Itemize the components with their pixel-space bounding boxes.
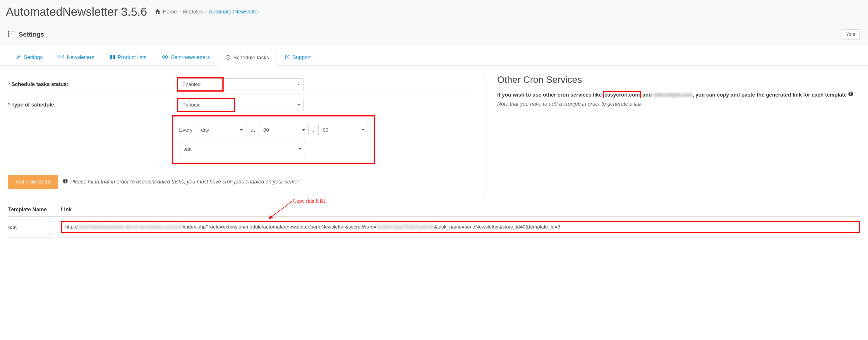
breadcrumb-modules[interactable]: Modules [183, 9, 203, 15]
clock-icon [226, 55, 230, 61]
tab-support[interactable]: Support [277, 50, 319, 65]
svg-rect-9 [110, 57, 112, 59]
cron-link-note: Note that you have to add a cronjob in o… [497, 101, 642, 107]
info-icon [63, 179, 68, 185]
table-row: test http://automatednewsletter demo ise… [8, 217, 860, 238]
svg-rect-17 [850, 93, 851, 95]
tab-sent-newsletters[interactable]: Sent newsletters [154, 50, 218, 65]
td-template-name: test [8, 224, 61, 230]
subheader-title: Settings [19, 31, 44, 38]
tab-label: Newsletters [67, 55, 94, 61]
subheader: Settings Your [0, 24, 868, 45]
tabs: Settings Newsletters Product lists Sent … [0, 50, 868, 66]
svg-rect-8 [113, 55, 115, 57]
breadcrumb: Home › Modules › AutomatedNewsletter [155, 9, 259, 15]
svg-rect-15 [65, 179, 66, 180]
other-cron-title: Other Cron Services [497, 74, 860, 85]
tab-label: Support [292, 55, 311, 61]
svg-rect-0 [8, 31, 9, 32]
row-test-cron: Test cron status Please mind that in ord… [8, 168, 473, 198]
your-button[interactable]: Your [842, 29, 860, 40]
cron-link-input[interactable]: http://automatednewsletter demo isensela… [61, 221, 860, 233]
cron-link-table: Copy this URL Template Name Link test ht… [0, 207, 868, 243]
select-unit[interactable]: day [197, 124, 246, 136]
select-template[interactable]: test [179, 143, 305, 155]
page-header: AutomatedNewsletter 3.5.6 Home › Modules… [0, 0, 868, 24]
td-link: http://automatednewsletter demo isensela… [61, 221, 860, 233]
blurred-service: setcronjob.com [653, 92, 692, 98]
svg-rect-18 [850, 92, 851, 93]
svg-line-19 [271, 201, 292, 217]
content: *Schedule tasks status: Enabled *Type of… [0, 66, 868, 207]
select-type[interactable]: Periodic [178, 99, 304, 111]
row-type: *Type of schedule Periodic [8, 95, 473, 115]
tab-settings[interactable]: Settings [8, 50, 51, 65]
colon-label: : [313, 127, 314, 133]
breadcrumb-sep: › [179, 10, 181, 14]
test-cron-button[interactable]: Test cron status [8, 175, 58, 189]
info-icon [848, 92, 854, 98]
envelope-icon [59, 55, 64, 60]
svg-rect-3 [10, 34, 14, 34]
grid-icon [110, 55, 115, 61]
th-link: Link [61, 207, 860, 213]
highlight-box-periodic: Every day at 00 : 00 test [172, 115, 375, 164]
svg-rect-7 [110, 55, 112, 57]
svg-rect-5 [10, 36, 14, 36]
tab-newsletters[interactable]: Newsletters [51, 50, 102, 65]
th-template-name: Template Name [8, 207, 61, 213]
breadcrumb-current[interactable]: AutomatedNewsletter [209, 9, 259, 15]
svg-rect-10 [113, 57, 115, 59]
select-minute[interactable]: 00 [318, 124, 368, 136]
cron-note: Please mind that in order to use schedul… [63, 179, 299, 185]
tab-product-lists[interactable]: Product lists [102, 50, 154, 65]
list-icon [8, 31, 14, 38]
side-column: Other Cron Services If you wish to use o… [485, 74, 860, 198]
eye-icon [162, 55, 168, 60]
tab-label: Sent newsletters [171, 55, 210, 61]
table-header: Template Name Link [8, 207, 860, 217]
tab-label: Product lists [118, 55, 146, 61]
svg-rect-4 [8, 35, 9, 37]
label-type: *Type of schedule [8, 102, 178, 108]
copy-url-annotation: Copy this URL [293, 198, 327, 204]
at-label: at [250, 127, 255, 133]
svg-rect-1 [10, 32, 14, 32]
easycron-link[interactable]: easycron.com [603, 91, 641, 98]
share-icon [285, 55, 289, 61]
select-status[interactable]: Enabled [178, 79, 304, 90]
tab-label: Settings [24, 55, 43, 61]
label-status: *Schedule tasks status: [8, 81, 178, 88]
arrow-annotation [269, 201, 293, 219]
wrench-icon [16, 55, 21, 61]
svg-rect-2 [8, 33, 9, 34]
row-status: *Schedule tasks status: Enabled [8, 74, 473, 95]
tab-schedule-tasks[interactable]: Schedule tasks [218, 50, 277, 66]
tab-label: Schedule tasks [233, 55, 269, 61]
svg-rect-14 [65, 181, 66, 183]
select-hour[interactable]: 00 [259, 124, 309, 136]
row-periodic: Every day at 00 : 00 test [8, 115, 473, 168]
page-title: AutomatedNewsletter 3.5.6 [6, 5, 147, 19]
breadcrumb-sep: › [205, 10, 207, 14]
every-label: Every [179, 127, 192, 133]
breadcrumb-home[interactable]: Home [163, 9, 177, 15]
home-icon[interactable] [155, 9, 160, 15]
svg-point-11 [164, 56, 166, 58]
form-column: *Schedule tasks status: Enabled *Type of… [8, 74, 473, 198]
other-cron-text: If you wish to use other cron services l… [497, 90, 860, 108]
